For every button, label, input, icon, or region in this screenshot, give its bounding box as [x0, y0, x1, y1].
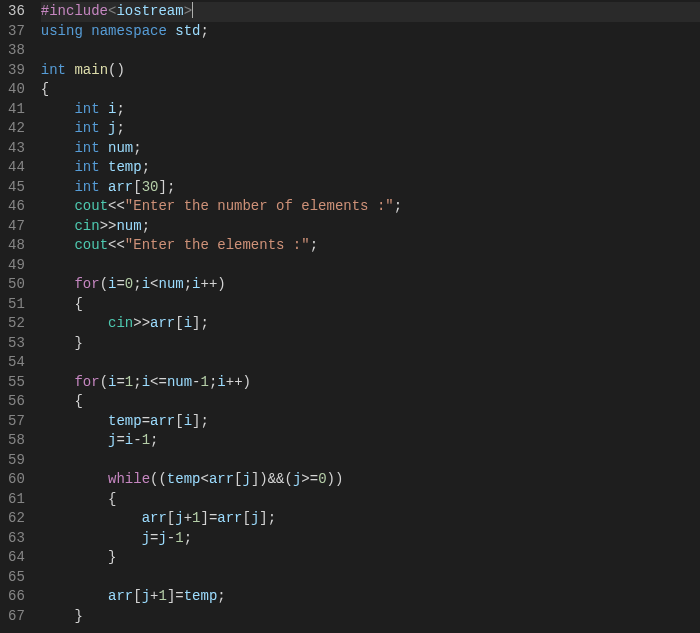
- token-punct: ];: [259, 510, 276, 526]
- code-line[interactable]: for(i=0;i<num;i++): [41, 275, 700, 295]
- code-line[interactable]: [41, 41, 700, 61]
- code-line[interactable]: cout<<"Enter the number of elements :";: [41, 197, 700, 217]
- code-line[interactable]: {: [41, 490, 700, 510]
- token-op: >>: [100, 218, 117, 234]
- token-op: <<: [108, 237, 125, 253]
- code-line[interactable]: {: [41, 80, 700, 100]
- code-line[interactable]: int i;: [41, 100, 700, 120]
- code-line[interactable]: [41, 568, 700, 588]
- token-ident: temp: [108, 159, 142, 175]
- code-line[interactable]: j=j-1;: [41, 529, 700, 549]
- code-line[interactable]: temp=arr[i];: [41, 412, 700, 432]
- code-line[interactable]: cin>>num;: [41, 217, 700, 237]
- code-editor[interactable]: 3637383940414243444546474849505152535455…: [0, 0, 700, 633]
- token-punct: [: [133, 179, 141, 195]
- token-ident: arr: [217, 510, 242, 526]
- code-line[interactable]: while((temp<arr[j])&&(j>=0)): [41, 470, 700, 490]
- code-line[interactable]: int arr[30];: [41, 178, 700, 198]
- code-line[interactable]: int j;: [41, 119, 700, 139]
- code-line[interactable]: int main(): [41, 61, 700, 81]
- code-line[interactable]: [41, 451, 700, 471]
- token-number: 1: [142, 432, 150, 448]
- token-op: <<: [108, 198, 125, 214]
- token-func: main: [74, 62, 108, 78]
- line-number: 67: [8, 607, 25, 627]
- token-punct: ;: [142, 159, 150, 175]
- token-punct: [: [243, 510, 251, 526]
- code-line[interactable]: cout<<"Enter the elements :";: [41, 236, 700, 256]
- token-number: 30: [142, 179, 159, 195]
- code-line[interactable]: int temp;: [41, 158, 700, 178]
- line-number: 52: [8, 314, 25, 334]
- token-ident: temp: [167, 471, 201, 487]
- token-sp: [83, 23, 91, 39]
- token-type: int: [74, 179, 99, 195]
- line-number-gutter: 3637383940414243444546474849505152535455…: [0, 2, 37, 633]
- token-punct: [: [175, 413, 183, 429]
- line-number: 40: [8, 80, 25, 100]
- line-number: 39: [8, 61, 25, 81]
- token-ident: i: [184, 413, 192, 429]
- code-line[interactable]: for(i=1;i<=num-1;i++): [41, 373, 700, 393]
- token-ident: arr: [108, 588, 133, 604]
- code-line[interactable]: [41, 353, 700, 373]
- token-punct: ]): [251, 471, 268, 487]
- line-number: 54: [8, 353, 25, 373]
- token-keyword: using: [41, 23, 83, 39]
- token-op: =: [116, 432, 124, 448]
- token-number: 0: [318, 471, 326, 487]
- code-line[interactable]: using namespace std;: [41, 22, 700, 42]
- line-number: 66: [8, 587, 25, 607]
- code-line[interactable]: }: [41, 607, 700, 627]
- token-punct: ;: [150, 432, 158, 448]
- line-number: 48: [8, 236, 25, 256]
- token-punct: {: [108, 491, 116, 507]
- token-punct: {: [74, 393, 82, 409]
- token-punct: )): [327, 471, 344, 487]
- token-punct: }: [108, 549, 116, 565]
- code-line[interactable]: }: [41, 334, 700, 354]
- code-line[interactable]: int num;: [41, 139, 700, 159]
- token-op: ++: [201, 276, 218, 292]
- code-line[interactable]: {: [41, 392, 700, 412]
- line-number: 42: [8, 119, 25, 139]
- token-type: int: [74, 140, 99, 156]
- code-line[interactable]: arr[j+1]=arr[j];: [41, 509, 700, 529]
- token-control: for: [74, 374, 99, 390]
- token-punct: ;: [394, 198, 402, 214]
- line-number: 59: [8, 451, 25, 471]
- token-op: ++: [226, 374, 243, 390]
- token-punct: [: [175, 315, 183, 331]
- code-line[interactable]: [41, 256, 700, 276]
- token-type: int: [74, 120, 99, 136]
- token-ident: arr: [108, 179, 133, 195]
- token-obj: cout: [74, 198, 108, 214]
- token-op: =: [116, 374, 124, 390]
- token-op: >>: [133, 315, 150, 331]
- line-number: 36: [8, 2, 25, 22]
- code-line[interactable]: #include<iostream>: [41, 2, 700, 22]
- token-punct: (: [100, 374, 108, 390]
- token-ident: i: [125, 432, 133, 448]
- code-area[interactable]: #include<iostream>using namespace std;in…: [37, 2, 700, 633]
- token-ident: arr: [209, 471, 234, 487]
- line-number: 38: [8, 41, 25, 61]
- code-line[interactable]: }: [41, 548, 700, 568]
- line-number: 57: [8, 412, 25, 432]
- token-punct: ;: [116, 101, 124, 117]
- line-number: 49: [8, 256, 25, 276]
- code-line[interactable]: j=i-1;: [41, 431, 700, 451]
- token-number: 1: [158, 588, 166, 604]
- token-control: for: [74, 276, 99, 292]
- token-ident: i: [142, 374, 150, 390]
- token-punct: ;: [184, 530, 192, 546]
- code-line[interactable]: cin>>arr[i];: [41, 314, 700, 334]
- token-control: while: [108, 471, 150, 487]
- code-line[interactable]: {: [41, 295, 700, 315]
- token-punct: ;: [133, 374, 141, 390]
- token-punct: ;: [142, 218, 150, 234]
- token-ident: i: [192, 276, 200, 292]
- token-ident: j: [142, 588, 150, 604]
- code-line[interactable]: arr[j+1]=temp;: [41, 587, 700, 607]
- line-number: 44: [8, 158, 25, 178]
